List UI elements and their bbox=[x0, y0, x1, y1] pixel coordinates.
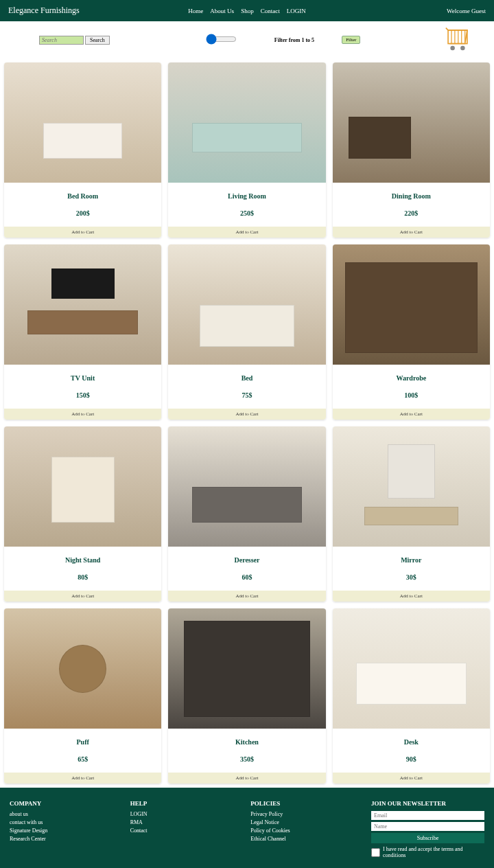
footer-link[interactable]: Privacy Policy bbox=[250, 811, 351, 817]
brand-logo: Elegance Furnishings bbox=[8, 5, 80, 16]
product-image[interactable] bbox=[333, 244, 490, 365]
product-price: 150$ bbox=[4, 387, 161, 406]
product-price: 200$ bbox=[4, 205, 161, 224]
product-grid: Bed Room200$Add to Cart Living Room250$A… bbox=[0, 58, 494, 788]
footer-link[interactable]: Legal Notice bbox=[250, 819, 351, 825]
product-price: 90$ bbox=[333, 751, 490, 770]
add-to-cart-button[interactable]: Add to Cart bbox=[4, 773, 161, 784]
product-title: Living Room bbox=[168, 183, 325, 205]
add-to-cart-button[interactable]: Add to Cart bbox=[333, 773, 490, 784]
nav-about[interactable]: About Us bbox=[210, 8, 234, 14]
product-price: 65$ bbox=[4, 751, 161, 770]
nav-home[interactable]: Home bbox=[188, 8, 203, 14]
product-price: 350$ bbox=[168, 751, 325, 770]
footer-link[interactable]: Policy of Cookies bbox=[250, 827, 351, 834]
svg-point-7 bbox=[460, 46, 465, 51]
add-to-cart-button[interactable]: Add to Cart bbox=[4, 591, 161, 602]
footer-link[interactable]: Research Center bbox=[10, 836, 110, 842]
product-price: 75$ bbox=[168, 387, 325, 406]
footer-link[interactable]: about us bbox=[10, 811, 110, 817]
product-price: 30$ bbox=[333, 569, 490, 588]
product-title: Bed Room bbox=[4, 183, 161, 205]
product-image[interactable] bbox=[168, 426, 325, 547]
header: Elegance Furnishings Home About Us Shop … bbox=[0, 0, 494, 21]
add-to-cart-button[interactable]: Add to Cart bbox=[168, 591, 325, 602]
terms-label: I have read and accept the terms and con… bbox=[383, 846, 484, 858]
product-image[interactable] bbox=[168, 62, 325, 183]
add-to-cart-button[interactable]: Add to Cart bbox=[168, 227, 325, 238]
price-slider[interactable] bbox=[206, 34, 237, 45]
footer-newsletter: JOIN OUR NEWSLETTER Subscribe I have rea… bbox=[371, 800, 484, 860]
product-price: 60$ bbox=[168, 569, 325, 588]
product-card: Living Room250$Add to Cart bbox=[168, 62, 325, 238]
footer-heading: POLICIES bbox=[250, 800, 351, 807]
add-to-cart-button[interactable]: Add to Cart bbox=[333, 409, 490, 420]
product-title: TV Unit bbox=[4, 365, 161, 387]
search-input[interactable] bbox=[39, 36, 84, 45]
product-card: Dining Room220$Add to Cart bbox=[333, 62, 490, 238]
footer-heading: JOIN OUR NEWSLETTER bbox=[371, 800, 484, 807]
newsletter-name-input[interactable] bbox=[371, 822, 484, 831]
footer-heading: COMPANY bbox=[10, 800, 110, 807]
nav-login[interactable]: LOGIN bbox=[287, 8, 306, 14]
main-nav: Home About Us Shop Contact LOGIN bbox=[188, 8, 305, 14]
add-to-cart-button[interactable]: Add to Cart bbox=[168, 773, 325, 784]
product-card: Wardrobe100$Add to Cart bbox=[333, 244, 490, 420]
price-slider-wrap bbox=[206, 34, 237, 46]
product-title: Desk bbox=[333, 729, 490, 751]
filter-label: Filter from 1 to 5 bbox=[274, 37, 314, 43]
product-image[interactable] bbox=[333, 62, 490, 183]
product-card: Night Stand80$Add to Cart bbox=[4, 426, 161, 602]
footer: COMPANY about us contact with us Signatu… bbox=[0, 788, 494, 868]
footer-help: HELP LOGIN RMA Contact bbox=[130, 800, 231, 860]
footer-link[interactable]: contact with us bbox=[10, 819, 110, 825]
footer-link[interactable]: LOGIN bbox=[130, 811, 231, 817]
product-card: Bed Room200$Add to Cart bbox=[4, 62, 161, 238]
product-image[interactable] bbox=[333, 608, 490, 729]
footer-company: COMPANY about us contact with us Signatu… bbox=[10, 800, 110, 860]
product-title: Mirror bbox=[333, 547, 490, 569]
product-image[interactable] bbox=[333, 426, 490, 547]
product-image[interactable] bbox=[168, 608, 325, 729]
footer-link[interactable]: Signature Design bbox=[10, 827, 110, 834]
search-box: Search bbox=[39, 36, 110, 45]
product-image[interactable] bbox=[4, 608, 161, 729]
product-title: Deresser bbox=[168, 547, 325, 569]
product-price: 220$ bbox=[333, 205, 490, 224]
product-image[interactable] bbox=[4, 426, 161, 547]
product-title: Dining Room bbox=[333, 183, 490, 205]
newsletter-email-input[interactable] bbox=[371, 811, 484, 820]
product-image[interactable] bbox=[4, 244, 161, 365]
product-image[interactable] bbox=[4, 62, 161, 183]
nav-shop[interactable]: Shop bbox=[241, 8, 254, 14]
cart-icon[interactable] bbox=[443, 27, 472, 53]
product-card: Deresser60$Add to Cart bbox=[168, 426, 325, 602]
filter-button[interactable]: Filter bbox=[342, 36, 360, 44]
add-to-cart-button[interactable]: Add to Cart bbox=[4, 409, 161, 420]
product-title: Wardrobe bbox=[333, 365, 490, 387]
product-price: 250$ bbox=[168, 205, 325, 224]
product-card: Kitchen350$Add to Cart bbox=[168, 608, 325, 784]
product-card: Desk90$Add to Cart bbox=[333, 608, 490, 784]
subscribe-button[interactable]: Subscribe bbox=[371, 833, 484, 843]
product-price: 100$ bbox=[333, 387, 490, 406]
welcome-text: Welcome Guest bbox=[447, 8, 486, 14]
footer-link[interactable]: Contact bbox=[130, 827, 231, 834]
search-button[interactable]: Search bbox=[85, 36, 110, 45]
add-to-cart-button[interactable]: Add to Cart bbox=[4, 227, 161, 238]
nav-contact[interactable]: Contact bbox=[261, 8, 280, 14]
footer-policies: POLICIES Privacy Policy Legal Notice Pol… bbox=[250, 800, 351, 860]
product-price: 80$ bbox=[4, 569, 161, 588]
add-to-cart-button[interactable]: Add to Cart bbox=[333, 227, 490, 238]
add-to-cart-button[interactable]: Add to Cart bbox=[333, 591, 490, 602]
product-title: Kitchen bbox=[168, 729, 325, 751]
svg-point-6 bbox=[450, 46, 455, 51]
product-image[interactable] bbox=[168, 244, 325, 365]
product-card: TV Unit150$Add to Cart bbox=[4, 244, 161, 420]
terms-checkbox[interactable] bbox=[371, 848, 380, 857]
add-to-cart-button[interactable]: Add to Cart bbox=[168, 409, 325, 420]
footer-link[interactable]: Ethical Channel bbox=[250, 836, 351, 842]
footer-link[interactable]: RMA bbox=[130, 819, 231, 825]
product-title: Puff bbox=[4, 729, 161, 751]
product-title: Night Stand bbox=[4, 547, 161, 569]
